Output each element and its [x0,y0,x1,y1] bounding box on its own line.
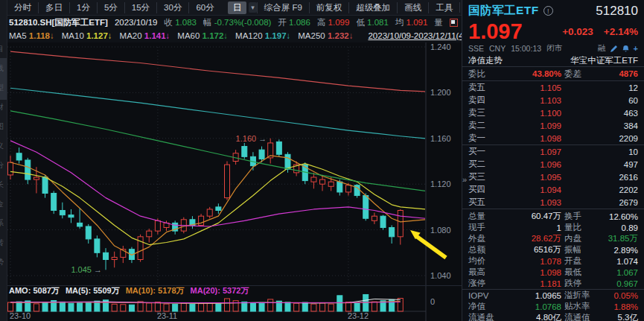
volume-axis-zero: 0 [430,297,435,306]
volume-bar [129,305,134,311]
volume-bar [302,302,307,311]
quote-time: 15:00:13 [511,44,541,53]
bid-row-2[interactable]: 买二1.096497 [462,158,644,171]
bell-icon[interactable] [622,45,630,53]
tab-timeshare[interactable]: 分时 [7,2,38,13]
price-axis-label: 1.120 [430,179,451,188]
volume-field-label: 量 [434,17,443,28]
composite-screen-button[interactable]: 综合屏 F9 [257,2,309,13]
amo-ma20: MA(20): 5372万 [191,285,249,296]
volume-bar [77,303,83,311]
candle-body [372,216,377,220]
draw-line-button[interactable]: 画线 [397,2,428,13]
candle-body [311,177,316,182]
candle-body [285,154,290,169]
tab-daily-active[interactable]: 日 [228,1,247,14]
candle-body [320,179,325,184]
ma-line-ma60 [10,111,425,191]
ask-row-2[interactable]: 卖二1.099384 [462,119,644,132]
ma-line-ma250 [10,51,425,92]
underlying-fund-name[interactable]: 华宝中证军工ETF [570,55,638,66]
exchange-label: SSE [468,44,484,53]
stat-row-1: 总量60.47万换手12.60% [462,211,644,222]
volume-bar [155,302,160,311]
nav-trend-label[interactable]: 净值走势 [468,55,503,66]
margin-badge: 融 [598,43,606,54]
tab-60min[interactable]: 60分 [188,2,220,13]
tab-multiday[interactable]: 多日 [38,2,69,13]
tools-button[interactable]: 工具 [428,2,459,13]
pointer-arrow-shaft [416,236,446,258]
tab-15min[interactable]: 15分 [124,2,156,13]
candle-body [77,223,83,226]
stat-row-5: 均价1.078开盘1.074 [462,255,644,267]
quote-panel: » 国防军工ETF ! 512810 1.097 +0.023 +2.14% S… [462,0,644,321]
candle-body [389,228,395,237]
ask-row-5[interactable]: 卖五1.10512 [462,81,644,94]
trading-app-window: 目线型财图义分长金系转势 分时 多日 1分 5分 15分 30分 60分 日 ▾… [0,0,644,321]
ask-row-1[interactable]: 卖一1.0982209 [462,132,644,144]
tab-30min[interactable]: 30分 [156,2,188,13]
stat-row-7: 涨停1.181跌停0.967 [462,278,644,289]
nav-row: 净值走势 华宝中证军工ETF [462,54,644,67]
stat-row-6: 最高1.098最低1.067 [462,267,644,278]
ask-row-3[interactable]: 卖三1.100463 [462,107,644,119]
change-field: 幅 -0.73%(-0.008) [203,17,271,28]
volume-bar [147,303,152,311]
ask-row-4[interactable]: 卖四1.10360 [462,94,644,107]
candle-body [34,177,39,179]
weibi-label: 委比 [468,69,503,80]
volume-bar [345,302,351,311]
hover-date: 2023/10/19 [115,18,158,27]
high-field: 高 1.099 [317,17,349,28]
volume-bar [42,303,48,312]
ma-item-ma5: MA5 1.118↓ [9,31,54,40]
bid-row-5[interactable]: 买五1.0932679 [462,196,644,209]
volume-bar [173,305,178,311]
left-sidebar-collapsed[interactable]: 目线型财图义分长金系转势 [0,0,7,321]
fund-name[interactable]: 国防军工ETF [468,3,539,19]
candle-body [103,252,109,259]
bid-levels: 买一1.09710买二1.096497买三1.0952616买四1.094220… [462,145,644,209]
amo-ma5: MA(5): 5509万 [66,285,120,296]
volume-bar [311,304,316,311]
period-dropdown-caret-icon[interactable]: ▾ [249,2,257,13]
ma-item-ma60: MA60 1.172↓ [177,31,228,40]
pencil-icon[interactable] [610,45,618,53]
volume-bar [285,302,290,311]
candle-body [225,165,230,198]
low-field: 低 1.081 [356,17,388,28]
candle-body [155,220,160,231]
weicha-label: 委差 [561,69,596,80]
candle-body [86,226,91,239]
candle-body [337,182,342,192]
multi-window-icon[interactable] [450,19,458,27]
candle-body [51,193,57,210]
candlestick-chart[interactable]: 1.2401.2001.1601.1201.0801.04023-1023-11… [7,42,462,321]
forward-adjust-button[interactable]: 前复权 [309,2,349,13]
bid-row-3[interactable]: 买三1.0952616 [462,171,644,183]
etf-stat-row-3: 流通盘4.80亿流通值5.3亿 [462,312,644,321]
ma-item-ma20: MA20 1.141↓ [120,31,170,40]
weibi-value: 43.80% [503,69,561,78]
candle-body [398,211,403,237]
panel-expand-handle[interactable]: » [462,176,467,184]
stat-row-3: 外盘28.62万内盘31.85万 [462,233,644,244]
candle-body [199,216,204,225]
candle-body [380,216,386,227]
tab-5min[interactable]: 5分 [97,2,124,13]
volume-bar [337,296,342,311]
bid-row-4[interactable]: 买四1.0942202 [462,183,644,196]
volume-bar [8,302,13,311]
bid-row-1[interactable]: 买一1.09710 [462,145,644,158]
volume-bar [164,304,169,311]
info-circle-icon[interactable]: ! [543,6,553,16]
super-overlay-button[interactable]: 超级叠加 [348,2,397,13]
market-status: 闭市 [546,43,562,54]
ma-line-ma120 [10,88,425,139]
tab-1min[interactable]: 1分 [69,2,97,13]
x-axis-label: 23-11 [157,311,177,320]
add-icon[interactable]: + [634,44,638,53]
volume-bar [320,303,325,311]
symbol-label[interactable]: 512810.SH[国防军工ETF] [9,17,108,28]
